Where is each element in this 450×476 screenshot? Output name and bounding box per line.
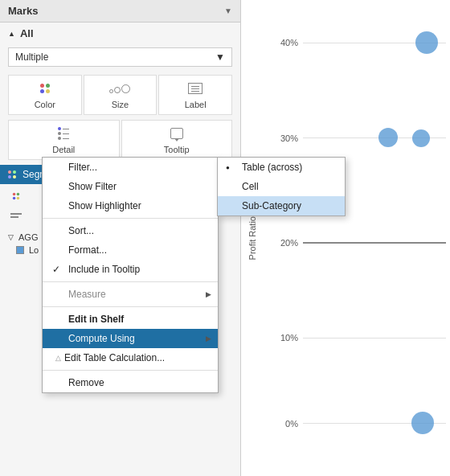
detail-mark[interactable]: Detail [8,120,120,160]
size-label: Size [112,100,129,109]
marks-type-dropdown[interactable]: Multiple ▼ [8,47,232,67]
context-menu: Filter... Show Filter Show Highlighter S… [42,157,219,393]
tooltip-icon [169,125,185,142]
label-40: 40% [270,38,298,47]
marks-title: Marks [8,5,39,17]
edit-shelf-label: Edit in Shelf [68,314,124,325]
menu-sep-2 [43,281,218,282]
chart-area: 40% 30% 20% 10% [270,0,446,476]
menu-item-measure[interactable]: Measure [43,285,218,304]
tooltip-mark[interactable]: Tooltip [121,120,233,160]
detail-label: Detail [52,145,75,154]
menu-item-show-filter[interactable]: Show Filter [43,177,218,196]
size-icon [112,80,128,96]
chart-row-40: 40% [270,38,446,47]
dot-30b [412,129,430,147]
segmentation-dots-icon [8,170,16,178]
lo-color-box [16,246,24,254]
chart-panel: Profit Ratio 40% 30% 20% [241,0,450,476]
triangle-icon: △ [55,354,61,362]
remove-label: Remove [68,377,104,388]
menu-item-filter[interactable]: Filter... [43,158,218,177]
all-section: ▲ All [0,23,240,44]
y-axis-label: Profit Ratio [248,216,257,260]
label-10: 10% [270,333,298,343]
show-highlighter-label: Show Highlighter [68,200,141,211]
sub-menu-sub-category[interactable]: Sub-Category [218,196,345,215]
lo-label: Lo [29,245,39,255]
color-label: Color [35,100,55,109]
compute-using-label: Compute Using [68,333,135,344]
menu-item-format[interactable]: Format... [43,240,218,260]
color-mark[interactable]: Color [8,75,82,115]
menu-item-show-highlighter[interactable]: Show Highlighter [43,196,218,215]
all-label: All [20,27,34,39]
lines-icon [10,209,22,222]
detail-icon [55,125,72,142]
label-20: 20% [270,238,298,248]
cell-label: Cell [242,181,259,192]
dropdown-value: Multiple [15,51,48,63]
dot-40 [415,31,438,54]
chart-row-10: 10% [270,333,446,343]
tooltip-label: Tooltip [164,145,190,154]
filter-label: Filter... [68,162,97,173]
sub-menu-cell[interactable]: Cell [218,177,345,196]
format-label: Format... [68,244,107,256]
show-filter-label: Show Filter [68,181,117,192]
menu-item-edit-table[interactable]: △ Edit Table Calculation... [43,348,218,367]
menu-sep-1 [43,218,218,219]
marks-grid-top: Color Size Label [0,70,240,120]
marks-panel: Marks ▼ ▲ All Multiple ▼ [0,0,241,476]
menu-item-include-tooltip[interactable]: Include in Tooltip [43,260,218,279]
edit-table-label: Edit Table Calculation... [64,352,165,363]
expand-triangle: ▽ [8,233,14,241]
table-across-label: Table (across) [242,162,302,173]
dot-30a [378,128,398,147]
menu-item-sort[interactable]: Sort... [43,221,218,240]
measure-label: Measure [68,289,106,300]
menu-item-remove[interactable]: Remove [43,373,218,392]
dots-small-icon [10,190,22,203]
sub-context-menu: Table (across) Cell Sub-Category [217,157,346,216]
agg-label: AGG [18,232,38,242]
color-icon [37,80,53,96]
size-mark[interactable]: Size [84,75,158,115]
menu-sep-4 [43,370,218,371]
chart-row-30: 30% [270,133,446,143]
label-30: 30% [270,133,298,143]
chart-row-20: 20% [270,238,446,248]
marks-collapse-arrow[interactable]: ▼ [224,6,232,15]
label-mark[interactable]: Label [158,75,232,115]
label-0: 0% [270,419,298,429]
sub-menu-table-across[interactable]: Table (across) [218,158,345,177]
dot-0 [411,412,434,434]
include-tooltip-label: Include in Tooltip [68,264,140,275]
label-label: Label [185,100,207,109]
sub-category-label: Sub-Category [242,200,301,211]
menu-item-edit-shelf[interactable]: Edit in Shelf [43,310,218,329]
dropdown-arrow: ▼ [215,51,225,63]
menu-item-compute-using[interactable]: Compute Using [43,329,218,348]
all-triangle[interactable]: ▲ [8,30,15,38]
marks-header: Marks ▼ [0,0,240,23]
y-axis-container: Profit Ratio [248,0,257,476]
label-icon [187,80,203,96]
chart-row-0: 0% [270,419,446,429]
menu-sep-3 [43,306,218,307]
sort-label: Sort... [68,225,94,236]
